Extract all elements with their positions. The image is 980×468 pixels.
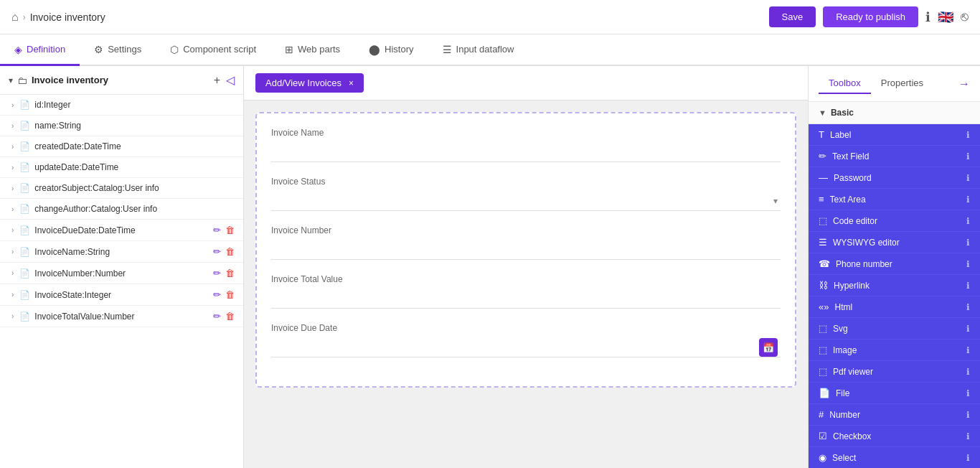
toolbox-item-text: Pdf viewer bbox=[833, 367, 873, 377]
delete-button[interactable]: 🗑 bbox=[225, 311, 235, 322]
tab-input-dataflow[interactable]: ☰ Input dataflow bbox=[428, 34, 529, 66]
info-icon[interactable]: ℹ bbox=[966, 302, 970, 312]
info-icon[interactable]: ℹ bbox=[966, 130, 970, 140]
info-icon[interactable]: ℹ bbox=[966, 324, 970, 334]
info-icon[interactable]: ℹ bbox=[966, 367, 970, 377]
phone-icon: ☎ bbox=[819, 258, 830, 269]
tab-history[interactable]: ⬤ History bbox=[354, 34, 428, 66]
tab-settings[interactable]: ⚙ Settings bbox=[80, 34, 156, 66]
toolbox-item-text: Select bbox=[832, 453, 856, 463]
sidebar: ▾ 🗀 Invoice inventory + ◁ › 📄 id:Integer… bbox=[0, 66, 244, 468]
publish-button[interactable]: Ready to publish bbox=[823, 6, 918, 27]
toolbox-item-code-editor[interactable]: ⬚ Code editor ℹ bbox=[809, 210, 980, 232]
field-input-invoice-number[interactable] bbox=[271, 240, 781, 260]
edit-button[interactable]: ✏ bbox=[213, 225, 221, 235]
toolbox-item-checkbox[interactable]: ☑ Checkbox ℹ bbox=[809, 426, 980, 447]
chevron-icon: › bbox=[11, 184, 14, 192]
field-input-invoice-due-date[interactable] bbox=[271, 337, 781, 357]
toolbox-item-password[interactable]: — Password ℹ bbox=[809, 167, 980, 189]
sidebar-item-invoiceduedate[interactable]: › 📄 InvoiceDueDate:DateTime ✏ 🗑 bbox=[0, 220, 243, 241]
sidebar-item-invoicename[interactable]: › 📄 InvoiceName:String ✏ 🗑 bbox=[0, 241, 243, 263]
sidebar-item-invoicenumber[interactable]: › 📄 InvoiceNumber:Number ✏ 🗑 bbox=[0, 263, 243, 284]
edit-button[interactable]: ✏ bbox=[213, 268, 221, 279]
info-icon[interactable]: ℹ bbox=[966, 259, 970, 269]
field-input-invoice-total-value[interactable] bbox=[271, 289, 781, 309]
edit-button[interactable]: ✏ bbox=[213, 311, 221, 322]
toolbox-item-svg[interactable]: ⬚ Svg ℹ bbox=[809, 318, 980, 340]
section-chevron-icon[interactable]: ▼ bbox=[819, 108, 826, 117]
info-icon[interactable]: ℹ bbox=[966, 388, 970, 398]
chevron-icon: › bbox=[11, 143, 14, 151]
sidebar-item-createddate-datetime[interactable]: › 📄 createdDate:DateTime bbox=[0, 136, 243, 157]
topbar: ⌂ › Invoice inventory Save Ready to publ… bbox=[0, 0, 980, 34]
toolbox-item-number[interactable]: # Number ℹ bbox=[809, 404, 980, 426]
info-icon[interactable]: ℹ bbox=[966, 281, 970, 291]
toolbox-item-text: WYSIWYG editor bbox=[833, 238, 900, 248]
toolbox-item-select[interactable]: ◉ Select ℹ bbox=[809, 447, 980, 468]
sidebar-collapse-chevron[interactable]: ▾ bbox=[9, 75, 13, 85]
delete-button[interactable]: 🗑 bbox=[225, 246, 235, 257]
info-icon[interactable]: ℹ bbox=[966, 173, 970, 183]
toolbox-item-text: Checkbox bbox=[833, 431, 871, 441]
file-icon: 📄 bbox=[19, 247, 30, 257]
info-icon[interactable]: ℹ bbox=[966, 453, 970, 463]
toolbox-item-left: ☎ Phone number bbox=[819, 258, 892, 269]
toolbox-item-text-area[interactable]: ≡ Text Area ℹ bbox=[809, 189, 980, 210]
tab-properties[interactable]: Properties bbox=[871, 73, 933, 94]
toolbox-item-html[interactable]: «» Html ℹ bbox=[809, 296, 980, 318]
info-icon[interactable]: ℹ bbox=[966, 151, 970, 162]
toolbox-item-file[interactable]: 📄 File ℹ bbox=[809, 383, 980, 404]
toolbox-item-text-field[interactable]: ✏ Text Field ℹ bbox=[809, 146, 980, 167]
toolbox-item-phone-number[interactable]: ☎ Phone number ℹ bbox=[809, 253, 980, 275]
toolbox-item-left: # Number bbox=[819, 409, 860, 420]
info-icon[interactable]: ℹ bbox=[966, 431, 970, 441]
tab-settings-label: Settings bbox=[108, 44, 141, 55]
field-label-invoice-name: Invoice Name bbox=[271, 128, 781, 138]
sidebar-item-name-string[interactable]: › 📄 name:String bbox=[0, 116, 243, 136]
sidebar-add-button[interactable]: + bbox=[214, 73, 220, 87]
sidebar-item-invoicetotalvalue[interactable]: › 📄 InvoiceTotalValue:Number ✏ 🗑 bbox=[0, 306, 243, 327]
field-date-wrapper-invoice-due-date: 📅 bbox=[271, 337, 781, 357]
field-input-invoice-name[interactable] bbox=[271, 142, 781, 162]
form-tab-button[interactable]: Add/View Invoices × bbox=[255, 73, 364, 93]
pdf-icon: ⬚ bbox=[819, 366, 827, 377]
toolbox-item-pdf-viewer[interactable]: ⬚ Pdf viewer ℹ bbox=[809, 361, 980, 383]
info-icon[interactable]: ℹ bbox=[966, 410, 970, 420]
logout-icon[interactable]: ⎋ bbox=[961, 9, 969, 24]
language-flag[interactable]: 🇬🇧 bbox=[938, 9, 953, 25]
toolbox-item-text: Password bbox=[834, 173, 872, 183]
sidebar-item-creatorsubject[interactable]: › 📄 creatorSubject:Catalog:User info bbox=[0, 178, 243, 199]
form-tab-close[interactable]: × bbox=[349, 78, 354, 88]
sidebar-item-invoicestate[interactable]: › 📄 InvoiceState:Integer ✏ 🗑 bbox=[0, 284, 243, 306]
toolbox-item-image[interactable]: ⬚ Image ℹ bbox=[809, 340, 980, 361]
edit-button[interactable]: ✏ bbox=[213, 246, 221, 257]
toolbox-item-wysiwyg-editor[interactable]: ☰ WYSIWYG editor ℹ bbox=[809, 232, 980, 253]
toolbox-nav-arrow[interactable]: → bbox=[958, 78, 970, 90]
password-icon: — bbox=[819, 172, 828, 183]
field-select-invoice-status[interactable] bbox=[271, 191, 781, 211]
sidebar-item-updatedate-datetime[interactable]: › 📄 updateDate:DateTime bbox=[0, 157, 243, 178]
tab-toolbox[interactable]: Toolbox bbox=[819, 73, 871, 94]
tab-web-parts[interactable]: ⊞ Web parts bbox=[270, 34, 354, 66]
info-icon[interactable]: ℹ bbox=[966, 345, 970, 355]
sidebar-item-changeauthor[interactable]: › 📄 changeAuthor:Catalog:User info bbox=[0, 199, 243, 220]
sidebar-item-id-integer[interactable]: › 📄 id:Integer bbox=[0, 95, 243, 116]
tab-definition[interactable]: ◈ Definition bbox=[0, 34, 80, 66]
sidebar-collapse-button[interactable]: ◁ bbox=[226, 73, 235, 87]
save-button[interactable]: Save bbox=[769, 6, 816, 27]
input-dataflow-icon: ☰ bbox=[443, 44, 452, 55]
toolbox-item-label[interactable]: T Label ℹ bbox=[809, 124, 980, 146]
toolbox-item-hyperlink[interactable]: ⛓ Hyperlink ℹ bbox=[809, 275, 980, 296]
delete-button[interactable]: 🗑 bbox=[225, 289, 235, 300]
item-label: updateDate:DateTime bbox=[34, 162, 235, 172]
calendar-icon-button[interactable]: 📅 bbox=[759, 338, 778, 357]
home-icon[interactable]: ⌂ bbox=[11, 11, 19, 24]
info-icon[interactable]: ℹ bbox=[966, 238, 970, 248]
tab-component-script[interactable]: ⬡ Component script bbox=[156, 34, 270, 66]
delete-button[interactable]: 🗑 bbox=[225, 268, 235, 279]
info-icon[interactable]: ℹ bbox=[966, 216, 970, 226]
edit-button[interactable]: ✏ bbox=[213, 289, 221, 300]
info-icon[interactable]: ℹ bbox=[966, 195, 970, 205]
delete-button[interactable]: 🗑 bbox=[225, 225, 235, 235]
info-icon[interactable]: ℹ bbox=[925, 9, 930, 25]
